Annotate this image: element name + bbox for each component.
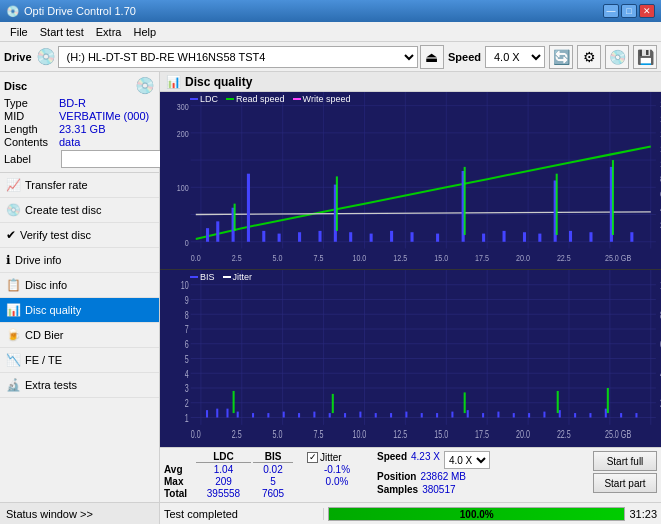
fe-te-icon: 📉 — [6, 353, 21, 367]
chart1-legend: LDC Read speed Write speed — [190, 94, 350, 104]
app-icon: 💿 — [6, 5, 20, 18]
svg-rect-140 — [482, 413, 484, 417]
quality-header: 📊 Disc quality — [160, 72, 661, 92]
menu-start-test[interactable]: Start test — [34, 24, 90, 40]
menu-file[interactable]: File — [4, 24, 34, 40]
svg-rect-68 — [336, 176, 338, 230]
progress-bar: 100.0% — [328, 507, 625, 521]
svg-rect-67 — [234, 204, 236, 231]
menu-help[interactable]: Help — [127, 24, 162, 40]
cd-bier-icon: 🍺 — [6, 328, 21, 342]
close-button[interactable]: ✕ — [639, 4, 655, 18]
title-bar: 💿 Opti Drive Control 1.70 — □ ✕ — [0, 0, 661, 22]
avg-label: Avg — [164, 464, 194, 475]
svg-text:17.5: 17.5 — [475, 429, 489, 441]
samples-val: 380517 — [422, 484, 455, 495]
jitter-label: Jitter — [320, 452, 342, 463]
svg-rect-134 — [390, 413, 392, 417]
sidebar-item-cd-bier[interactable]: 🍺 CD Bier — [0, 323, 159, 348]
speed-key: Speed — [377, 451, 407, 469]
eject-button[interactable]: ⏏ — [420, 45, 444, 69]
svg-rect-133 — [375, 413, 377, 417]
svg-text:20.0: 20.0 — [516, 429, 530, 441]
svg-rect-132 — [359, 412, 361, 418]
svg-rect-59 — [503, 231, 506, 242]
svg-text:17.5: 17.5 — [475, 252, 489, 263]
svg-rect-145 — [559, 410, 561, 417]
speed-dropdown[interactable]: 4.0 X — [444, 451, 490, 469]
type-key: Type — [4, 97, 59, 109]
svg-rect-125 — [252, 413, 254, 417]
create-test-disc-label: Create test disc — [25, 204, 101, 216]
svg-text:10: 10 — [181, 280, 189, 292]
disc-info-icon: 📋 — [6, 278, 21, 292]
legend-read-speed: Read speed — [236, 94, 285, 104]
svg-rect-46 — [247, 174, 250, 242]
refresh-button[interactable]: 🔄 — [549, 45, 573, 69]
legend-ldc: LDC — [200, 94, 218, 104]
disc-button[interactable]: 💿 — [605, 45, 629, 69]
disc-info-label: Disc info — [25, 279, 67, 291]
svg-text:7: 7 — [185, 324, 189, 336]
menu-extra[interactable]: Extra — [90, 24, 128, 40]
svg-rect-136 — [421, 413, 423, 417]
svg-rect-53 — [370, 234, 373, 242]
svg-text:9: 9 — [185, 295, 189, 307]
svg-rect-124 — [237, 412, 239, 418]
minimize-button[interactable]: — — [603, 4, 619, 18]
chart2-legend: BIS Jitter — [190, 272, 252, 282]
status-window-button[interactable]: Status window >> — [0, 502, 159, 524]
disc-icon: 💿 — [135, 76, 155, 95]
svg-rect-52 — [349, 232, 352, 242]
svg-text:12.5: 12.5 — [393, 252, 407, 263]
svg-rect-148 — [605, 409, 607, 418]
sidebar-item-create-test-disc[interactable]: 💿 Create test disc — [0, 198, 159, 223]
sidebar-item-fe-te[interactable]: 📉 FE / TE — [0, 348, 159, 373]
transfer-rate-icon: 📈 — [6, 178, 21, 192]
chart2-svg: 10 9 8 7 6 5 4 3 2 1 10% 8% 6% 4% 2% — [160, 270, 661, 447]
stats-area: LDC BIS ✓ Jitter Avg 1.04 0.02 -0.1% — [160, 447, 661, 502]
maximize-button[interactable]: □ — [621, 4, 637, 18]
svg-text:5.0: 5.0 — [273, 429, 283, 441]
sidebar-item-disc-quality[interactable]: 📊 Disc quality — [0, 298, 159, 323]
svg-text:22.5: 22.5 — [557, 252, 571, 263]
start-part-button[interactable]: Start part — [593, 473, 657, 493]
svg-rect-151 — [233, 391, 235, 413]
sidebar-item-disc-info[interactable]: 📋 Disc info — [0, 273, 159, 298]
svg-text:12.5: 12.5 — [393, 429, 407, 441]
drive-label: Drive — [4, 51, 32, 63]
drive-select[interactable]: (H:) HL-DT-ST BD-RE WH16NS58 TST4 — [58, 46, 418, 68]
speed-select[interactable]: 4.0 X — [485, 46, 545, 68]
svg-rect-154 — [557, 391, 559, 413]
svg-text:0.0: 0.0 — [191, 252, 201, 263]
speed-label: Speed — [448, 51, 481, 63]
svg-text:5: 5 — [185, 354, 189, 366]
svg-rect-58 — [482, 234, 485, 242]
sidebar-item-verify-test-disc[interactable]: ✔ Verify test disc — [0, 223, 159, 248]
verify-test-disc-label: Verify test disc — [20, 229, 91, 241]
sidebar-item-extra-tests[interactable]: 🔬 Extra tests — [0, 373, 159, 398]
svg-rect-142 — [513, 413, 515, 417]
svg-rect-66 — [630, 232, 633, 242]
settings-button[interactable]: ⚙ — [577, 45, 601, 69]
bis-max: 5 — [253, 476, 293, 487]
start-full-button[interactable]: Start full — [593, 451, 657, 471]
svg-rect-139 — [467, 410, 469, 417]
svg-rect-153 — [464, 392, 466, 413]
svg-rect-121 — [206, 410, 208, 417]
svg-text:2: 2 — [185, 398, 189, 410]
legend-jitter: Jitter — [233, 272, 253, 282]
sidebar-item-transfer-rate[interactable]: 📈 Transfer rate — [0, 173, 159, 198]
sidebar-item-drive-info[interactable]: ℹ Drive info — [0, 248, 159, 273]
jitter-max: 0.0% — [307, 476, 367, 487]
status-text: Test completed — [164, 508, 324, 520]
chart1-wrapper: LDC Read speed Write speed — [160, 92, 661, 270]
svg-rect-141 — [497, 412, 499, 418]
svg-rect-64 — [589, 232, 592, 242]
jitter-checkbox[interactable]: ✓ — [307, 452, 318, 463]
save-button[interactable]: 💾 — [633, 45, 657, 69]
extra-tests-label: Extra tests — [25, 379, 77, 391]
type-val: BD-R — [59, 97, 86, 109]
start-buttons: Start full Start part — [593, 451, 657, 493]
charts-container: LDC Read speed Write speed — [160, 92, 661, 447]
